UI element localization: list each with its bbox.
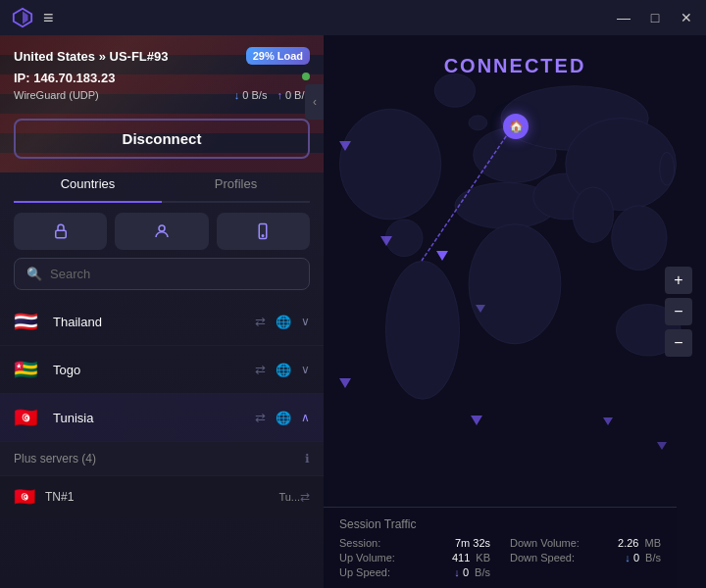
down-arrow-icon: ↓ (234, 89, 240, 101)
chevron-down-icon[interactable]: ∨ (301, 363, 310, 376)
country-name: Thailand (53, 315, 255, 329)
country-name: Tunisia (53, 411, 255, 425)
session-label: Session: (339, 537, 380, 549)
togo-flag-icon: 🇹🇬 (14, 358, 41, 381)
left-panel: United States » US-FL#93 29% Load IP: 14… (0, 35, 324, 588)
filter-secure-button[interactable] (14, 213, 107, 250)
up-volume-row: Up Volume: 411 KB (339, 552, 490, 564)
zoom-out-button-1[interactable]: − (665, 298, 692, 325)
globe-icon[interactable]: 🌐 (276, 363, 291, 377)
titlebar: ≡ — □ ✕ (0, 0, 706, 35)
country-actions: ⇄ 🌐 ∨ (255, 315, 310, 329)
app-logo (12, 7, 33, 28)
user-icon (153, 222, 171, 240)
globe-icon[interactable]: 🌐 (276, 411, 291, 425)
protocol-row: WireGuard (UDP) ↓ 0 B/s ↑ 0 B/s (14, 89, 310, 101)
down-speed-label: Down Speed: (510, 552, 575, 564)
session-value: 7m 32s (455, 537, 490, 549)
filter-profile-button[interactable] (115, 213, 208, 250)
reconnect-icon[interactable]: ⇄ (255, 363, 266, 377)
down-volume-row: Down Volume: 2.26 MB (510, 537, 661, 549)
protocol: WireGuard (UDP) (14, 89, 99, 101)
home-marker: 🏠 (503, 114, 529, 139)
svg-point-19 (660, 152, 675, 185)
svg-point-13 (339, 109, 440, 220)
tab-countries[interactable]: Countries (14, 167, 162, 203)
chevron-up-icon[interactable]: ∧ (301, 411, 310, 424)
map-marker-4 (657, 442, 667, 450)
svg-point-9 (469, 224, 561, 344)
svg-point-20 (573, 187, 613, 242)
svg-point-5 (263, 235, 265, 237)
disconnect-button[interactable]: Disconnect (14, 119, 310, 159)
session-row: Session: 7m 32s (339, 537, 490, 549)
info-icon[interactable]: ℹ (305, 452, 310, 466)
country-actions: ⇄ 🌐 ∨ (255, 363, 310, 377)
home-icon: 🏠 (509, 120, 524, 133)
tunisia-flag-icon: 🇹🇳 (14, 406, 41, 429)
tab-profiles[interactable]: Profiles (162, 167, 310, 203)
ip-address: IP: 146.70.183.23 (14, 71, 115, 85)
down-speed-value: ↓ 0 B/s (625, 552, 661, 564)
list-item[interactable]: 🇹🇬 Togo ⇄ 🌐 ∨ (0, 346, 324, 394)
zoom-out-button-2[interactable]: − (665, 329, 692, 357)
down-speed: ↓ 0 B/s (234, 89, 268, 101)
svg-point-12 (612, 206, 667, 270)
ip-row: IP: 146.70.183.23 (14, 67, 310, 85)
map-marker (471, 416, 482, 425)
filter-row (14, 213, 310, 250)
up-speed-value: ↓ 0 B/s (454, 566, 490, 578)
up-speed-label: Up Speed: (339, 566, 390, 578)
country-list: 🇹🇭 Thailand ⇄ 🌐 ∨ 🇹🇬 Togo ⇄ 🌐 ∨ (0, 298, 324, 588)
load-dot (302, 73, 310, 80)
zoom-in-button[interactable]: + (665, 267, 692, 294)
globe-icon[interactable]: 🌐 (276, 315, 291, 329)
speed-display: ↓ 0 B/s ↑ 0 B/s (234, 89, 310, 101)
map-marker-3 (603, 417, 613, 425)
search-input[interactable] (50, 267, 297, 281)
session-traffic-title: Session Traffic (339, 517, 661, 531)
phone-icon (254, 222, 272, 240)
session-grid: Session: 7m 32s Down Volume: 2.26 MB Up … (339, 537, 661, 578)
down-volume-label: Down Volume: (510, 537, 580, 549)
filter-device-button[interactable] (217, 213, 310, 250)
connection-header: United States » US-FL#93 29% Load IP: 14… (0, 35, 324, 111)
back-chevron-button[interactable]: ‹ (305, 84, 324, 120)
map-marker-2 (476, 305, 485, 313)
thailand-flag-icon: 🇹🇭 (14, 310, 41, 333)
session-traffic: Session Traffic Session: 7m 32s Down Vol… (324, 507, 677, 588)
country-actions: ⇄ 🌐 ∧ (255, 411, 310, 425)
zoom-controls: + − − (665, 267, 692, 357)
maximize-button[interactable]: □ (647, 10, 663, 25)
tabs: Countries Profiles (14, 167, 310, 203)
up-volume-value: 411 KB (452, 552, 490, 564)
plus-servers-row[interactable]: Plus servers (4) ℹ (0, 442, 324, 475)
destination-marker (436, 251, 448, 261)
down-volume-value: 2.26 MB (618, 537, 661, 549)
server-action-icon[interactable]: ⇄ (300, 490, 310, 504)
country-name: Togo (53, 363, 255, 377)
search-icon: 🔍 (26, 267, 42, 281)
svg-point-18 (469, 116, 487, 130)
list-item[interactable]: 🇹🇭 Thailand ⇄ 🌐 ∨ (0, 298, 324, 346)
reconnect-icon[interactable]: ⇄ (255, 315, 266, 329)
close-button[interactable]: ✕ (679, 10, 694, 25)
chevron-down-icon[interactable]: ∨ (301, 315, 310, 328)
lock-icon (52, 222, 70, 240)
minimize-button[interactable]: — (616, 10, 631, 25)
search-box: 🔍 (14, 258, 310, 290)
load-badge: 29% Load (246, 47, 310, 65)
svg-point-17 (434, 74, 475, 107)
ip-value: 146.70.183.23 (33, 71, 115, 85)
svg-marker-1 (23, 12, 28, 24)
menu-icon[interactable]: ≡ (43, 8, 54, 28)
list-item[interactable]: 🇹🇳 Tunisia ⇄ 🌐 ∧ (0, 394, 324, 442)
connection-location: United States » US-FL#93 (14, 49, 169, 64)
connection-location-row: United States » US-FL#93 29% Load (14, 47, 310, 65)
up-volume-label: Up Volume: (339, 552, 395, 564)
list-item[interactable]: 🇹🇳 TN#1 Tu... ⇄ (0, 475, 324, 517)
svg-point-15 (385, 261, 459, 399)
reconnect-icon[interactable]: ⇄ (255, 411, 266, 425)
window-controls: — □ ✕ (616, 10, 694, 25)
down-speed-value: 0 B/s (242, 89, 267, 101)
